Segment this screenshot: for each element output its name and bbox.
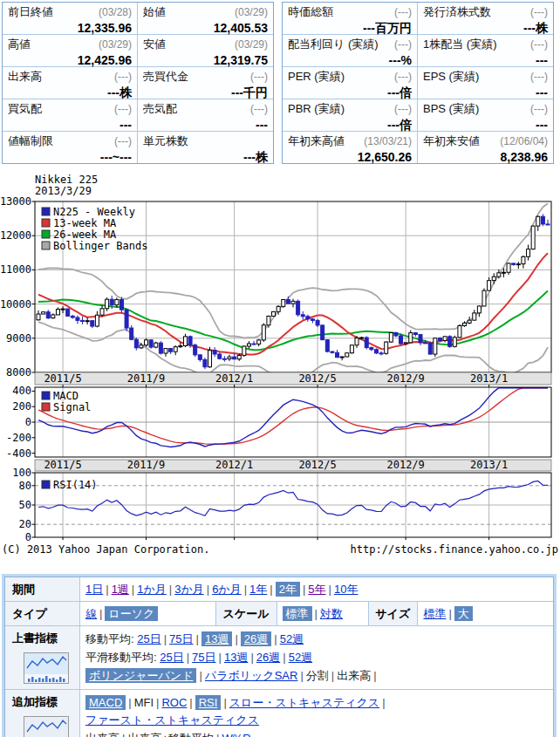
period-option-7[interactable]: 5年 [308, 583, 325, 596]
svg-text:2012/1: 2012/1 [215, 459, 253, 471]
overlay-0-option-1[interactable]: 75日 [169, 632, 193, 645]
overlay-2-option-1[interactable]: パラボリックSAR [205, 669, 298, 682]
svg-text:400: 400 [12, 385, 31, 397]
svg-text:0: 0 [25, 416, 31, 428]
period-option-3[interactable]: 3か月 [174, 583, 204, 596]
quote-table-right: 時価総額(---)---百万円発行済株式数(---)---株配当利回り (実績)… [282, 2, 554, 164]
overlay-2-option-0[interactable]: ボリンジャーバンド [85, 668, 196, 683]
quote-value: 8,238.96 [423, 150, 548, 164]
separator: | [196, 669, 204, 682]
additional-1-option-1: 出来高+移動平均 [127, 732, 214, 737]
quote-row: 前日終値(03/28)12,335.96始値(03/29)12,405.53 [3, 3, 273, 35]
quote-value: --- [8, 118, 132, 132]
stock-chart-image: Nikkei 2252013/3/29130001200011000100009… [0, 172, 560, 566]
quote-label: 時価総額 [288, 4, 333, 20]
svg-text:2012/1: 2012/1 [215, 372, 253, 385]
overlay-1-option-4[interactable]: 52週 [289, 651, 312, 664]
period-option-8[interactable]: 10年 [334, 583, 358, 596]
svg-text:2013/1: 2013/1 [470, 372, 508, 385]
svg-text:13-week MA: 13-week MA [53, 217, 117, 229]
quote-date: (---) [394, 6, 412, 18]
period-option-2[interactable]: 1か月 [137, 583, 167, 596]
scale-option-1[interactable]: 対数 [320, 607, 343, 620]
svg-text:MACD: MACD [53, 390, 79, 402]
overlay-0-option-3[interactable]: 26週 [241, 631, 271, 646]
overlay-label-cell: 上書指標 [5, 626, 80, 689]
size-option-0[interactable]: 標準 [423, 607, 446, 620]
separator: | [194, 632, 201, 645]
scale-option-0[interactable]: 標準 [283, 606, 312, 621]
overlay-1-option-0[interactable]: 25日 [160, 651, 183, 664]
additional-0-option-0[interactable]: MACD [85, 695, 126, 710]
svg-text:Bollinger Bands: Bollinger Bands [53, 240, 147, 252]
quote-value: 12,405.53 [143, 21, 268, 35]
quote-date: (---) [394, 71, 412, 83]
overlay-2-option-2: 分割 [306, 669, 329, 682]
svg-text:20: 20 [19, 518, 31, 530]
overlay-1-option-1[interactable]: 75日 [192, 651, 215, 664]
period-option-5[interactable]: 1年 [249, 583, 267, 596]
quote-date: (---) [394, 38, 412, 51]
quote-cell: 単元株数---株 [138, 132, 273, 163]
quote-cell: 発行済株式数(---)---株 [418, 3, 553, 34]
overlay-0-option-2[interactable]: 13週 [201, 631, 232, 646]
quote-row: PBR (実績)(---)---倍BPS (実績)(---)--- [283, 99, 553, 132]
quote-row: 出来高(---)---株売買代金(---)---千円 [3, 67, 273, 99]
quote-value: 12,319.75 [143, 53, 268, 67]
overlay-0-option-0[interactable]: 25日 [137, 632, 160, 645]
sparkline-chart-icon [24, 716, 69, 737]
quote-cell: 高値(03/29)12,425.96 [3, 35, 138, 66]
svg-text:12000: 12000 [0, 229, 31, 242]
quote-label: 高値 [8, 37, 31, 52]
quote-label: 年初来高値 [288, 133, 345, 149]
separator: | [371, 669, 379, 682]
additional-0-option-4[interactable]: スロー・ストキャスティクス [229, 696, 379, 709]
additional-0-option-1: MFI [134, 696, 154, 709]
svg-text:2011/9: 2011/9 [127, 372, 165, 385]
separator: | [103, 583, 111, 596]
additional-0-option-5[interactable]: ファースト・ストキャスティクス [85, 713, 259, 727]
additional-line-0: MACD|MFI|ROC|RSI|スロー・ストキャスティクス|ファースト・ストキ… [85, 694, 548, 729]
svg-text:8000: 8000 [6, 366, 31, 379]
quote-value: ---株 [143, 150, 268, 166]
separator: | [271, 632, 279, 645]
separator: | [312, 607, 320, 620]
type-option-1[interactable]: ローソク [105, 606, 158, 621]
separator: | [221, 696, 229, 709]
period-option-6[interactable]: 2年 [276, 582, 300, 597]
overlay-1-option-3[interactable]: 26週 [256, 651, 280, 664]
quote-row: 買気配(---)---売気配(---)--- [3, 99, 273, 132]
overlay-1-option-2[interactable]: 13週 [224, 651, 248, 664]
quote-label: 配当利回り (実績) [288, 37, 379, 52]
separator: | [120, 732, 127, 737]
quote-cell: 始値(03/29)12,405.53 [138, 3, 273, 34]
quote-row: 高値(03/29)12,425.96安値(03/29)12,319.75 [3, 35, 273, 67]
additional-0-option-2[interactable]: ROC [161, 696, 187, 709]
quote-date: (03/29) [235, 6, 268, 18]
chart-controls-table: 期間 1日|1週|1か月|3か月|6か月|1年|2年|5年|10年 タイプ 線|… [4, 577, 554, 737]
additional-0-option-3[interactable]: RSI [195, 695, 222, 710]
svg-text:-200: -200 [6, 432, 31, 444]
type-label: タイプ [5, 602, 80, 625]
quote-date: (---) [114, 71, 132, 83]
quote-cell: 売気配(---)--- [138, 99, 273, 131]
separator: | [446, 607, 454, 620]
quote-label: 発行済株式数 [423, 4, 491, 20]
quote-date: (12/06/04) [500, 135, 548, 147]
quote-label: 売気配 [143, 101, 177, 117]
quote-label: PBR (実績) [288, 101, 345, 117]
svg-text:2011/5: 2011/5 [44, 372, 81, 385]
type-option-0[interactable]: 線 [85, 607, 97, 620]
additional-1-option-0: 出来高 [85, 732, 120, 737]
period-option-0[interactable]: 1日 [85, 583, 103, 596]
additional-1-option-2[interactable]: W%R [222, 732, 250, 737]
period-option-1[interactable]: 1週 [112, 583, 129, 596]
overlay-0-option-4[interactable]: 52週 [280, 632, 304, 645]
separator: | [297, 669, 305, 682]
separator: | [129, 583, 137, 596]
separator: | [248, 651, 256, 664]
size-option-1[interactable]: 大 [454, 606, 473, 621]
period-option-4[interactable]: 6か月 [212, 583, 242, 596]
stock-chart-page: { "quote_tables": { "left": [ {"label":"… [0, 0, 560, 737]
svg-text:RSI(14): RSI(14) [53, 479, 98, 491]
